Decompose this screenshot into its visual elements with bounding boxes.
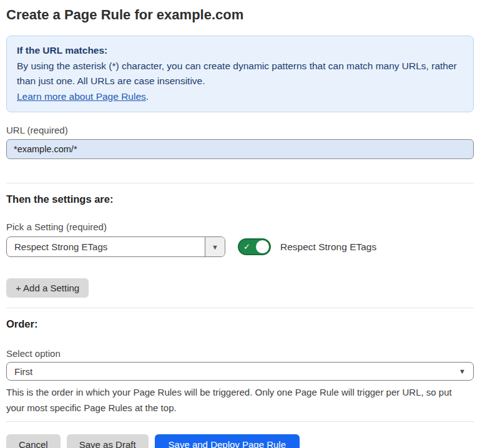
section-divider xyxy=(6,183,474,183)
setting-picker-label: Pick a Setting (required) xyxy=(6,221,474,233)
url-input[interactable] xyxy=(6,139,474,159)
chevron-down-icon: ▼ xyxy=(459,368,466,375)
form-actions: Cancel Save as Draft Save and Deploy Pag… xyxy=(6,434,474,448)
add-setting-button[interactable]: + Add a Setting xyxy=(6,278,89,298)
page-rule-form: Create a Page Rule for example.com If th… xyxy=(0,6,480,448)
url-match-info-box: If the URL matches: By using the asteris… xyxy=(6,36,474,112)
order-help-text: This is the order in which your Page Rul… xyxy=(6,384,471,416)
checkmark-icon: ✓ xyxy=(243,243,250,251)
page-title: Create a Page Rule for example.com xyxy=(6,6,474,24)
setting-select-value: Respect Strong ETags xyxy=(7,237,205,256)
cancel-button[interactable]: Cancel xyxy=(6,434,61,448)
etags-toggle[interactable]: ✓ xyxy=(238,238,271,255)
order-select[interactable]: First ▼ xyxy=(6,362,474,381)
link-suffix: . xyxy=(146,91,149,102)
dropdown-arrow-icon: ▼ xyxy=(212,243,218,251)
learn-more-link[interactable]: Learn more about Page Rules xyxy=(17,91,146,102)
setting-select[interactable]: Respect Strong ETags ▼ xyxy=(6,236,225,257)
order-select-value: First xyxy=(14,366,459,377)
url-label: URL (required) xyxy=(6,124,474,137)
setting-row: Respect Strong ETags ▼ ✓ Respect Strong … xyxy=(6,236,474,257)
settings-heading: Then the settings are: xyxy=(6,192,474,207)
toggle-knob xyxy=(256,240,269,253)
order-heading: Order: xyxy=(6,316,474,331)
save-deploy-button[interactable]: Save and Deploy Page Rule xyxy=(155,434,300,448)
section-divider xyxy=(6,421,474,422)
toggle-label: Respect Strong ETags xyxy=(280,241,376,253)
info-box-link-line: Learn more about Page Rules. xyxy=(17,89,463,105)
section-divider xyxy=(6,308,474,308)
info-box-body: By using the asterisk (*) character, you… xyxy=(17,59,463,89)
save-draft-button[interactable]: Save as Draft xyxy=(67,434,149,448)
setting-select-arrow-button[interactable]: ▼ xyxy=(205,237,225,256)
info-box-heading: If the URL matches: xyxy=(17,43,463,59)
order-select-label: Select option xyxy=(6,348,474,360)
